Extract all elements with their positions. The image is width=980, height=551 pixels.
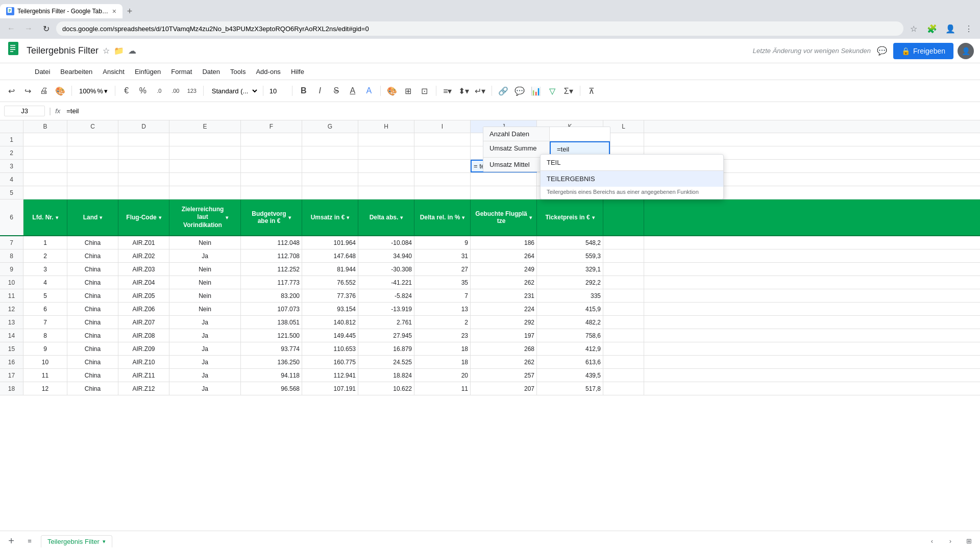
filter-icon-delta-rel[interactable]: ▾ <box>462 215 464 220</box>
cell-nr-17[interactable]: 11 <box>23 369 67 382</box>
cell-ticket-10[interactable]: 292,2 <box>537 276 603 289</box>
cell-delta-abs-16[interactable]: 24.525 <box>358 356 414 368</box>
cell-gebucht-13[interactable]: 292 <box>471 316 537 329</box>
cell-ticket-13[interactable]: 482,2 <box>537 316 603 329</box>
filter-icon-umsatz[interactable]: ▾ <box>347 215 349 220</box>
address-field[interactable] <box>56 21 903 36</box>
share-button[interactable]: 🔒 Freigeben <box>893 43 953 59</box>
new-tab-button[interactable]: + <box>122 4 137 18</box>
cell-umsatz-13[interactable]: 140.812 <box>302 316 358 329</box>
cell-extra-14[interactable] <box>603 329 644 342</box>
cell-umsatz-16[interactable]: 160.775 <box>302 356 358 368</box>
cell-land-18[interactable]: China <box>67 382 118 395</box>
cell-extra-13[interactable] <box>603 316 644 329</box>
cell-budget-10[interactable]: 117.773 <box>241 276 302 289</box>
cell-ziel-16[interactable]: Ja <box>169 356 241 368</box>
cell-extra-8[interactable] <box>603 249 644 262</box>
active-tab[interactable]: Teilergebnis Filter - Google Tabe... × <box>0 4 122 18</box>
sheet-tab-teilergebnis[interactable]: Teilergebnis Filter ▾ <box>41 535 112 547</box>
cell-code-12[interactable]: AIR.Z06 <box>118 303 169 315</box>
cell-extra-17[interactable] <box>603 369 644 382</box>
cell-code-9[interactable]: AIR.Z03 <box>118 263 169 276</box>
cell-I5[interactable] <box>414 186 471 199</box>
cell-ticket-7[interactable]: 548,2 <box>537 236 603 249</box>
col-header-H[interactable]: H <box>358 120 414 133</box>
text-color-button[interactable]: A <box>362 84 376 98</box>
cell-umsatz-11[interactable]: 77.376 <box>302 289 358 302</box>
cell-land-7[interactable]: China <box>67 236 118 249</box>
cell-delta-abs-9[interactable]: -30.308 <box>358 263 414 276</box>
cell-delta-rel-11[interactable]: 7 <box>414 289 471 302</box>
zoom-control[interactable]: 100% % ▾ <box>76 86 111 96</box>
cell-nr-10[interactable]: 4 <box>23 276 67 289</box>
cell-umsatz-17[interactable]: 112.941 <box>302 369 358 382</box>
borders-button[interactable]: ⊞ <box>401 84 415 98</box>
cell-delta-rel-8[interactable]: 31 <box>414 249 471 262</box>
col-header-C[interactable]: C <box>67 120 118 133</box>
decimal-decrease-button[interactable]: .0 <box>152 84 166 98</box>
cell-budget-12[interactable]: 107.073 <box>241 303 302 315</box>
cell-gebucht-8[interactable]: 264 <box>471 249 537 262</box>
cell-gebucht-11[interactable]: 231 <box>471 289 537 302</box>
paint-format-button[interactable]: 🎨 <box>53 84 67 98</box>
cell-ticket-16[interactable]: 613,6 <box>537 356 603 368</box>
cell-nr-8[interactable]: 2 <box>23 249 67 262</box>
cell-G4[interactable] <box>302 173 358 186</box>
cell-land-9[interactable]: China <box>67 263 118 276</box>
cell-land-10[interactable]: China <box>67 276 118 289</box>
cell-budget-11[interactable]: 83.200 <box>241 289 302 302</box>
menu-einfuegen[interactable]: Einfügen <box>131 66 165 78</box>
underline-button[interactable]: A <box>346 84 360 98</box>
menu-tools[interactable]: Tools <box>226 66 250 78</box>
col-header-G[interactable]: G <box>302 120 358 133</box>
cell-gebucht-14[interactable]: 197 <box>471 329 537 342</box>
cell-umsatz-8[interactable]: 147.648 <box>302 249 358 262</box>
cell-extra-12[interactable] <box>603 303 644 315</box>
cell-delta-rel-17[interactable]: 20 <box>414 369 471 382</box>
cell-budget-16[interactable]: 136.250 <box>241 356 302 368</box>
filter-icon-budget[interactable]: ▾ <box>288 215 291 220</box>
cell-delta-rel-12[interactable]: 13 <box>414 303 471 315</box>
autocomplete-item-teil[interactable]: TEIL <box>541 155 723 170</box>
cell-extra-7[interactable] <box>603 236 644 249</box>
cell-extra-11[interactable] <box>603 289 644 302</box>
doc-title[interactable]: Teilergebnis Filter <box>27 45 99 56</box>
cell-ziel-17[interactable]: Ja <box>169 369 241 382</box>
cell-extra-16[interactable] <box>603 356 644 368</box>
cell-H2[interactable] <box>358 146 414 159</box>
cell-gebucht-9[interactable]: 249 <box>471 263 537 276</box>
cell-J5[interactable] <box>471 186 537 199</box>
cell-ticket-14[interactable]: 758,6 <box>537 329 603 342</box>
cell-delta-abs-11[interactable]: -5.824 <box>358 289 414 302</box>
undo-button[interactable]: ↩ <box>4 84 18 98</box>
print-button[interactable]: 🖨 <box>37 84 51 98</box>
cell-land-14[interactable]: China <box>67 329 118 342</box>
cell-delta-rel-9[interactable]: 27 <box>414 263 471 276</box>
cell-code-11[interactable]: AIR.Z05 <box>118 289 169 302</box>
cell-code-14[interactable]: AIR.Z08 <box>118 329 169 342</box>
cell-delta-rel-14[interactable]: 23 <box>414 329 471 342</box>
cell-land-17[interactable]: China <box>67 369 118 382</box>
cell-umsatz-18[interactable]: 107.191 <box>302 382 358 395</box>
cell-reference-input[interactable] <box>4 106 45 116</box>
cell-ticket-17[interactable]: 439,5 <box>537 369 603 382</box>
font-size-input[interactable] <box>267 86 288 96</box>
col-header-D[interactable]: D <box>118 120 169 133</box>
cell-ziel-11[interactable]: Nein <box>169 289 241 302</box>
cell-delta-abs-8[interactable]: 34.940 <box>358 249 414 262</box>
cell-land-16[interactable]: China <box>67 356 118 368</box>
cell-delta-rel-10[interactable]: 35 <box>414 276 471 289</box>
cell-H5[interactable] <box>358 186 414 199</box>
cell-nr-18[interactable]: 12 <box>23 382 67 395</box>
cell-nr-9[interactable]: 3 <box>23 263 67 276</box>
cell-G5[interactable] <box>302 186 358 199</box>
cell-ziel-15[interactable]: Ja <box>169 342 241 355</box>
cell-ticket-8[interactable]: 559,3 <box>537 249 603 262</box>
cell-B3[interactable] <box>23 160 67 172</box>
cell-B5[interactable] <box>23 186 67 199</box>
extensions-icon[interactable]: 🧩 <box>925 21 939 36</box>
filter-icon-ziel[interactable]: ▾ <box>226 214 228 221</box>
cell-delta-rel-18[interactable]: 11 <box>414 382 471 395</box>
cell-umsatz-14[interactable]: 149.445 <box>302 329 358 342</box>
cell-I1[interactable] <box>414 133 471 146</box>
